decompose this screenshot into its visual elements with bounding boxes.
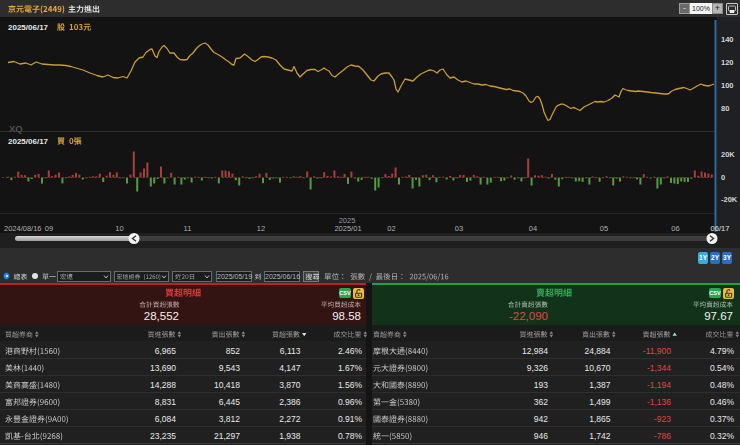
svg-text:10,418: 10,418: [214, 380, 240, 390]
svg-text:2025/06/17: 2025/06/17: [8, 23, 49, 32]
svg-text:362: 362: [534, 397, 548, 407]
svg-text:13,690: 13,690: [150, 363, 176, 373]
svg-text:120: 120: [721, 58, 734, 67]
svg-text:1,865: 1,865: [589, 414, 611, 424]
svg-text:1,499: 1,499: [589, 397, 611, 407]
svg-text:04: 04: [529, 224, 537, 233]
svg-text:-11,900: -11,900: [643, 346, 671, 356]
svg-text:23,235: 23,235: [150, 431, 176, 441]
svg-text:3,812: 3,812: [219, 414, 241, 424]
svg-text:XQ: XQ: [9, 123, 23, 134]
svg-text:80: 80: [721, 104, 729, 113]
svg-text:193: 193: [534, 380, 548, 390]
svg-text:28,552: 28,552: [144, 310, 179, 322]
svg-text:0.32%: 0.32%: [710, 431, 735, 441]
svg-text:1,387: 1,387: [589, 380, 611, 390]
svg-text:942: 942: [534, 414, 548, 424]
svg-text:0.37%: 0.37%: [710, 414, 735, 424]
svg-text:0.48%: 0.48%: [710, 380, 735, 390]
svg-text:4,147: 4,147: [279, 363, 301, 373]
svg-text:24,884: 24,884: [585, 346, 611, 356]
svg-text:6,084: 6,084: [155, 414, 177, 424]
svg-text:6,113: 6,113: [280, 346, 301, 356]
svg-text:2.46%: 2.46%: [338, 346, 363, 356]
svg-text:10: 10: [115, 224, 123, 233]
svg-text:06: 06: [671, 224, 679, 233]
svg-text:1,742: 1,742: [589, 431, 611, 441]
svg-text:6,445: 6,445: [219, 397, 241, 407]
svg-text:-1,136: -1,136: [647, 397, 671, 407]
svg-text:09: 09: [45, 224, 53, 233]
svg-text:-786: -786: [654, 431, 671, 441]
svg-text:1,938: 1,938: [279, 431, 301, 441]
svg-text:06/17: 06/17: [711, 224, 730, 233]
svg-text:2,386: 2,386: [279, 397, 301, 407]
svg-text:11: 11: [184, 224, 192, 233]
svg-text:14,288: 14,288: [150, 380, 176, 390]
svg-text:0.91%: 0.91%: [338, 414, 363, 424]
svg-text:12,984: 12,984: [522, 346, 548, 356]
svg-text:05: 05: [600, 224, 608, 233]
svg-text:946: 946: [534, 431, 548, 441]
svg-text:0.78%: 0.78%: [338, 431, 363, 441]
svg-text:-22,090: -22,090: [509, 310, 548, 322]
svg-text:1.67%: 1.67%: [338, 363, 363, 373]
svg-text:-1,194: -1,194: [647, 380, 671, 390]
svg-text:9,326: 9,326: [527, 363, 549, 373]
svg-text:0.96%: 0.96%: [338, 397, 363, 407]
svg-text:10,670: 10,670: [585, 363, 611, 373]
svg-text:1.56%: 1.56%: [338, 380, 363, 390]
svg-text:98.58: 98.58: [332, 310, 361, 322]
svg-text:852: 852: [226, 346, 240, 356]
svg-text:97.67: 97.67: [704, 310, 733, 322]
svg-text:100: 100: [721, 81, 734, 90]
svg-text:-20K: -20K: [721, 195, 738, 204]
svg-text:0.46%: 0.46%: [710, 397, 735, 407]
svg-text:03: 03: [455, 224, 463, 233]
svg-text:2024/08/16: 2024/08/16: [4, 224, 42, 233]
svg-text:3,870: 3,870: [279, 380, 301, 390]
svg-text:20K: 20K: [721, 150, 735, 159]
svg-text:0.54%: 0.54%: [710, 363, 735, 373]
svg-text:12: 12: [257, 224, 265, 233]
svg-text:9,543: 9,543: [219, 363, 241, 373]
svg-text:140: 140: [721, 35, 734, 44]
svg-text:6,965: 6,965: [155, 346, 177, 356]
svg-text:02: 02: [387, 224, 395, 233]
svg-text:2025/01: 2025/01: [334, 224, 361, 233]
svg-text:4.79%: 4.79%: [710, 346, 735, 356]
svg-text:2025/06/17: 2025/06/17: [8, 137, 49, 146]
svg-text:21,297: 21,297: [214, 431, 240, 441]
svg-text:-1,344: -1,344: [647, 363, 671, 373]
svg-text:8,831: 8,831: [155, 397, 177, 407]
svg-text:0: 0: [721, 173, 725, 182]
svg-text:2,272: 2,272: [279, 414, 301, 424]
svg-text:-923: -923: [654, 414, 671, 424]
